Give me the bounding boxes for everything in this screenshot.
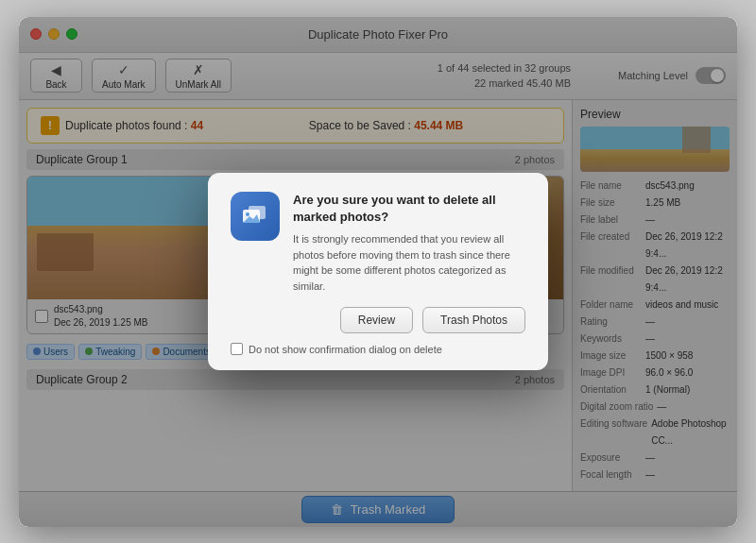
main-window: Duplicate Photo Fixer Pro ◀ Back ✓ Auto …: [19, 17, 737, 527]
dont-show-checkbox[interactable]: [231, 343, 243, 355]
dont-show-label: Do not show confirmation dialog on delet…: [249, 344, 442, 355]
photos-icon: [241, 202, 269, 230]
modal-dialog: Are you sure you want to delete all mark…: [208, 173, 548, 370]
review-button[interactable]: Review: [340, 307, 413, 333]
modal-icon-bg: [231, 192, 280, 241]
trash-photos-button[interactable]: Trash Photos: [422, 307, 525, 333]
modal-checkbox-row: Do not show confirmation dialog on delet…: [231, 343, 525, 355]
modal-overlay: Are you sure you want to delete all mark…: [19, 17, 737, 527]
svg-point-2: [246, 212, 249, 216]
modal-title: Are you sure you want to delete all mark…: [293, 192, 525, 226]
modal-text: Are you sure you want to delete all mark…: [293, 192, 525, 294]
modal-icon: [231, 192, 280, 241]
modal-buttons: Review Trash Photos: [231, 307, 525, 333]
modal-body: It is strongly recommended that you revi…: [293, 231, 525, 294]
modal-header: Are you sure you want to delete all mark…: [231, 192, 525, 294]
